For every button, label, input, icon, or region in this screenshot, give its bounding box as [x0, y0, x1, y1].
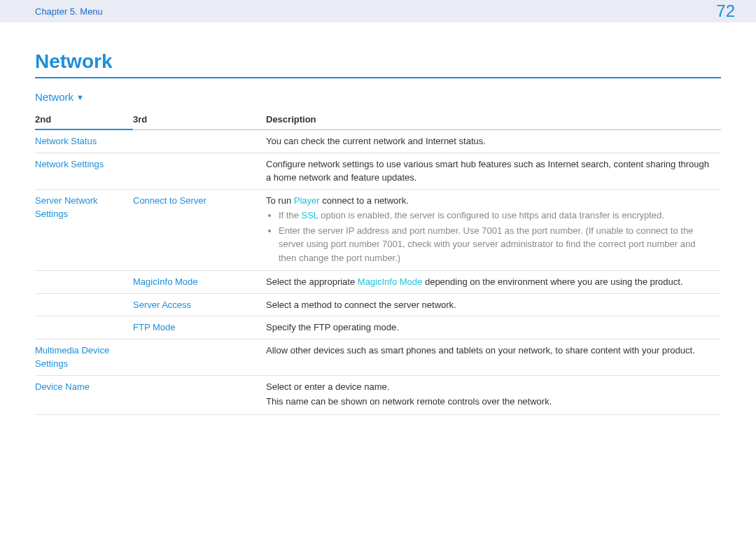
- cell-2nd-multimedia[interactable]: Multimedia Device Settings: [35, 339, 133, 375]
- col-header-description: Description: [266, 110, 721, 129]
- row-multimedia: Multimedia Device Settings Allow other d…: [35, 339, 721, 375]
- page-content: Network Network ▼ 2nd 3rd Description Ne…: [0, 22, 756, 415]
- row-magicinfo-mode: MagicInfo Mode Select the appropriate Ma…: [35, 271, 721, 294]
- cell-3rd-server-access[interactable]: Server Access: [133, 293, 266, 316]
- network-table: 2nd 3rd Description Network Status You c…: [35, 110, 721, 415]
- cell-desc-multimedia: Allow other devices such as smart phones…: [266, 339, 721, 375]
- row-device-name: Device Name Select or enter a device nam…: [35, 375, 721, 414]
- cell-desc-connect-to-server: To run Player connect to a network. If t…: [266, 189, 721, 271]
- cell-2nd-network-settings[interactable]: Network Settings: [35, 153, 133, 189]
- cell-2nd-device-name[interactable]: Device Name: [35, 375, 133, 414]
- col-header-3rd: 3rd: [133, 110, 266, 129]
- cell-desc-network-status: You can check the current network and In…: [266, 129, 721, 153]
- cell-desc-ftp-mode: Specify the FTP operating mode.: [266, 316, 721, 339]
- cell-2nd-server-network[interactable]: Server Network Settings: [35, 189, 133, 271]
- page-title: Network: [35, 50, 721, 78]
- cell-desc-magicinfo: Select the appropriate MagicInfo Mode de…: [266, 271, 721, 294]
- bullet-ip-port: Enter the server IP address and port num…: [279, 224, 715, 265]
- row-server-access: Server Access Select a method to connect…: [35, 293, 721, 316]
- cell-desc-server-access: Select a method to connect the server ne…: [266, 293, 721, 316]
- section-label: Network: [35, 91, 74, 103]
- breadcrumb[interactable]: Chapter 5. Menu: [35, 6, 103, 17]
- ref-magicinfo: MagicInfo Mode: [358, 276, 423, 287]
- section-dropdown-network[interactable]: Network ▼: [35, 91, 84, 103]
- page-number: 72: [716, 1, 735, 21]
- row-connect-to-server: Server Network Settings Connect to Serve…: [35, 189, 721, 271]
- cell-desc-device-name: Select or enter a device name. This name…: [266, 375, 721, 414]
- cell-2nd-network-status[interactable]: Network Status: [35, 129, 133, 153]
- row-ftp-mode: FTP Mode Specify the FTP operating mode.: [35, 316, 721, 339]
- page-header: Chapter 5. Menu 72: [0, 0, 756, 22]
- col-header-2nd: 2nd: [35, 110, 133, 129]
- cell-3rd-ftp-mode[interactable]: FTP Mode: [133, 316, 266, 339]
- cell-3rd-connect-to-server[interactable]: Connect to Server: [133, 189, 266, 271]
- row-network-status: Network Status You can check the current…: [35, 129, 721, 153]
- bullet-ssl: If the SSL option is enabled, the server…: [279, 209, 715, 223]
- cell-3rd-magicinfo[interactable]: MagicInfo Mode: [133, 271, 266, 294]
- row-network-settings: Network Settings Configure network setti…: [35, 153, 721, 189]
- ref-ssl: SSL: [302, 210, 318, 220]
- chevron-down-icon: ▼: [76, 93, 84, 101]
- cell-desc-network-settings: Configure network settings to use variou…: [266, 153, 721, 189]
- ref-player: Player: [294, 195, 320, 206]
